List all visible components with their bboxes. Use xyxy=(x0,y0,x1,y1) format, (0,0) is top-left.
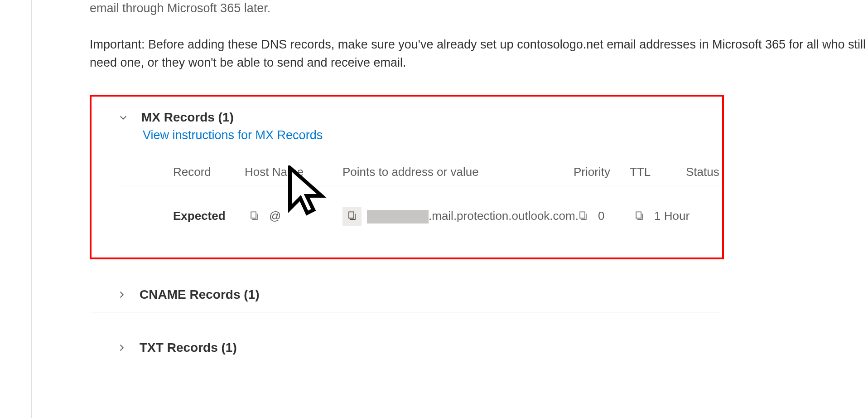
col-status: Status xyxy=(686,165,719,179)
redacted-prefix xyxy=(367,210,429,224)
copy-points-button[interactable] xyxy=(342,207,362,226)
chevron-right-icon[interactable] xyxy=(117,290,126,299)
mx-table-header: Record Host Name Points to address or va… xyxy=(119,156,722,186)
col-ttl: TTL xyxy=(630,165,686,179)
chevron-down-icon[interactable] xyxy=(119,113,128,122)
points-suffix: .mail.protection.outlook.com. xyxy=(429,209,579,223)
svg-rect-2 xyxy=(580,212,585,218)
row-points-cell: .mail.protection.outlook.com. xyxy=(342,207,574,226)
row-ttl-cell: 1 Hour xyxy=(630,207,707,226)
svg-rect-3 xyxy=(636,212,641,218)
main-content: email through Microsoft 365 later. Impor… xyxy=(32,0,868,418)
copy-ttl-button[interactable] xyxy=(630,207,649,226)
copy-hostname-button[interactable] xyxy=(245,207,264,226)
row-record-label: Expected xyxy=(173,209,245,223)
mx-instructions-link[interactable]: View instructions for MX Records xyxy=(92,128,323,142)
row-hostname-cell: @ xyxy=(245,207,342,226)
col-points: Points to address or value xyxy=(342,165,574,179)
svg-rect-0 xyxy=(251,212,256,218)
cname-records-section[interactable]: CNAME Records (1) xyxy=(90,277,719,312)
row-priority-cell: 0 xyxy=(574,207,630,226)
ttl-value: 1 Hour xyxy=(654,209,690,223)
col-record: Record xyxy=(173,165,245,179)
col-priority: Priority xyxy=(574,165,630,179)
copy-icon xyxy=(634,211,644,221)
copy-icon xyxy=(578,211,588,221)
important-note: Important: Before adding these DNS recor… xyxy=(90,35,868,72)
mx-records-title: MX Records (1) xyxy=(141,110,234,125)
txt-records-title: TXT Records (1) xyxy=(140,340,237,355)
hostname-value: @ xyxy=(269,209,281,223)
intro-text-partial: email through Microsoft 365 later. xyxy=(90,0,868,17)
points-value: .mail.protection.outlook.com. xyxy=(367,209,579,224)
txt-records-section[interactable]: TXT Records (1) xyxy=(90,331,719,365)
left-sidebar xyxy=(0,0,32,418)
mx-table-row: Expected @ xyxy=(119,186,722,235)
copy-icon xyxy=(347,211,357,221)
mx-records-header[interactable]: MX Records (1) xyxy=(92,110,722,125)
chevron-right-icon[interactable] xyxy=(117,343,126,352)
copy-icon xyxy=(249,211,259,221)
priority-value: 0 xyxy=(598,209,604,223)
cname-records-title: CNAME Records (1) xyxy=(140,287,259,302)
svg-rect-1 xyxy=(349,212,354,218)
col-hostname: Host Name xyxy=(245,165,342,179)
mx-records-section-highlighted: MX Records (1) View instructions for MX … xyxy=(90,95,724,259)
